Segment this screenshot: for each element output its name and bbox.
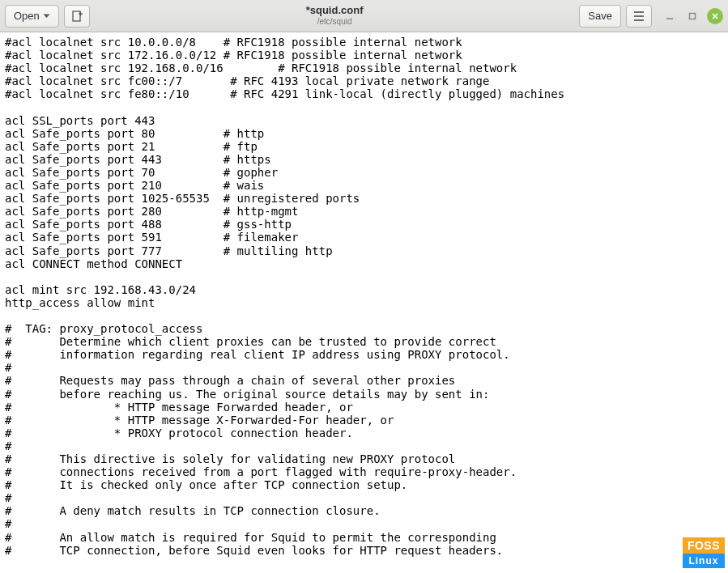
editor-line: acl Safe_ports port 488 # gss-http bbox=[5, 218, 723, 231]
editor-line: # This directive is solely for validatin… bbox=[5, 452, 723, 465]
new-document-icon bbox=[71, 11, 83, 22]
editor-line: # bbox=[5, 361, 723, 374]
document-path: /etc/squid bbox=[317, 17, 352, 27]
editor-line: acl Safe_ports port 210 # wais bbox=[5, 179, 723, 192]
editor-line: acl Safe_ports port 443 # https bbox=[5, 153, 723, 166]
editor-line: #acl localnet src fc00::/7 # RFC 4193 lo… bbox=[5, 74, 723, 87]
editor-line: acl Safe_ports port 591 # filemaker bbox=[5, 231, 723, 244]
editor-line: # bbox=[5, 491, 723, 504]
editor-line: acl CONNECT method CONNECT bbox=[5, 257, 723, 270]
hamburger-menu-button[interactable] bbox=[626, 5, 652, 28]
editor-line bbox=[5, 100, 723, 113]
editor-line: # connections received from a port flagg… bbox=[5, 465, 723, 478]
editor-line bbox=[5, 270, 723, 283]
document-title: *squid.conf bbox=[306, 5, 364, 17]
editor-line: # TAG: proxy_protocol_access bbox=[5, 322, 723, 335]
editor-line: # Determine which client proxies can be … bbox=[5, 335, 723, 348]
editor-line: #acl localnet src 10.0.0.0/8 # RFC1918 p… bbox=[5, 36, 723, 49]
editor-line: http_access allow mint bbox=[5, 296, 723, 309]
close-button[interactable] bbox=[707, 8, 723, 24]
hamburger-icon bbox=[633, 11, 645, 21]
maximize-button[interactable] bbox=[684, 8, 700, 24]
editor-line bbox=[5, 309, 723, 322]
editor-line: # information regarding real client IP a… bbox=[5, 348, 723, 361]
svg-rect-7 bbox=[690, 13, 696, 19]
editor-line: # * HTTP message Forwarded header, or bbox=[5, 401, 723, 414]
headerbar: Open *squid.conf /etc/squid Save bbox=[0, 0, 728, 32]
editor-line: #acl localnet src 172.16.0.0/12 # RFC191… bbox=[5, 49, 723, 62]
minimize-button[interactable] bbox=[662, 8, 678, 24]
editor-line: # before reaching us. The original sourc… bbox=[5, 388, 723, 401]
chevron-down-icon bbox=[43, 14, 50, 19]
editor-line: acl Safe_ports port 777 # multiling http bbox=[5, 244, 723, 257]
editor-line: # bbox=[5, 517, 723, 530]
new-tab-button[interactable] bbox=[64, 5, 90, 28]
editor-line: # Requests may pass through a chain of s… bbox=[5, 374, 723, 387]
editor-line: acl SSL_ports port 443 bbox=[5, 114, 723, 127]
watermark-top: FOSS bbox=[683, 537, 725, 554]
open-label: Open bbox=[14, 10, 40, 22]
maximize-icon bbox=[688, 12, 696, 20]
title-area: *squid.conf /etc/squid bbox=[95, 5, 575, 26]
editor-line: acl mint src 192.168.43.0/24 bbox=[5, 283, 723, 296]
open-button[interactable]: Open bbox=[5, 5, 59, 28]
editor-line: # TCP connection, before Squid even look… bbox=[5, 544, 723, 557]
watermark: FOSS Linux bbox=[683, 537, 725, 568]
close-icon bbox=[711, 12, 719, 20]
editor-line: acl Safe_ports port 70 # gopher bbox=[5, 166, 723, 179]
editor-line: acl Safe_ports port 80 # http bbox=[5, 127, 723, 140]
window-controls bbox=[662, 8, 723, 24]
editor-line: #acl localnet src fe80::/10 # RFC 4291 l… bbox=[5, 87, 723, 100]
editor-content[interactable]: #acl localnet src 10.0.0.0/8 # RFC1918 p… bbox=[0, 32, 728, 573]
watermark-bottom: Linux bbox=[683, 554, 725, 568]
editor-line: # bbox=[5, 439, 723, 452]
editor-line: acl Safe_ports port 280 # http-mgmt bbox=[5, 205, 723, 218]
svg-rect-0 bbox=[73, 11, 80, 21]
editor-line: # An allow match is required for Squid t… bbox=[5, 531, 723, 544]
minimize-icon bbox=[666, 12, 674, 20]
save-button[interactable]: Save bbox=[579, 5, 621, 28]
editor-line: # A deny match results in TCP connection… bbox=[5, 504, 723, 517]
editor-line: # * PROXY protocol connection header. bbox=[5, 427, 723, 439]
editor-line: acl Safe_ports port 21 # ftp bbox=[5, 140, 723, 153]
editor-line: acl Safe_ports port 1025-65535 # unregis… bbox=[5, 192, 723, 205]
editor-line: # * HTTP message X-Forwarded-For header,… bbox=[5, 414, 723, 427]
editor-line: #acl localnet src 192.168.0.0/16 # RFC19… bbox=[5, 62, 723, 74]
editor-line: # It is checked only once after TCP conn… bbox=[5, 478, 723, 491]
